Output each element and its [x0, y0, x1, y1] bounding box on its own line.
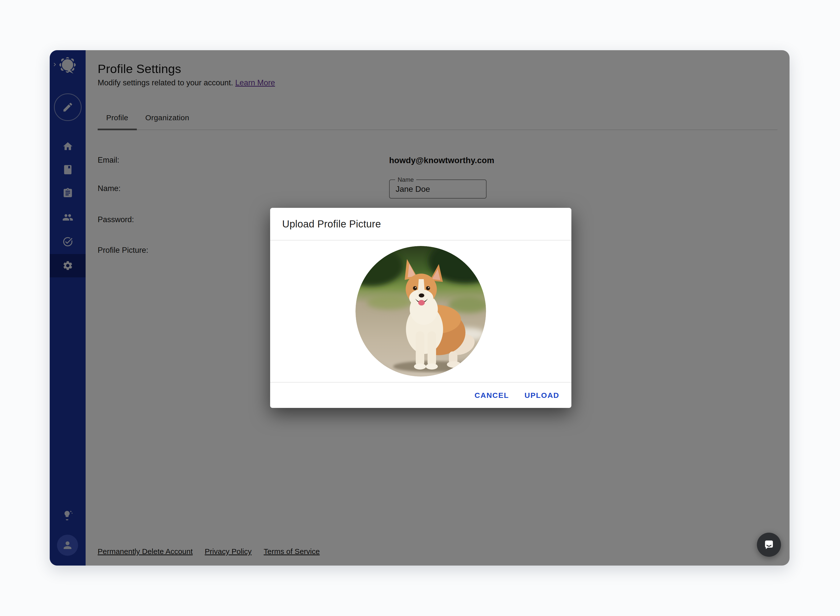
dialog-header: Upload Profile Picture: [270, 208, 572, 241]
chat-bubble-icon: [763, 538, 775, 551]
upload-button[interactable]: UPLOAD: [518, 387, 566, 403]
dialog-title: Upload Profile Picture: [282, 219, 381, 230]
profile-picture-preview: [355, 246, 486, 377]
corgi-photo: [355, 246, 486, 377]
chat-launcher-button[interactable]: [757, 533, 781, 557]
dialog-actions: CANCEL UPLOAD: [270, 382, 572, 408]
app-window: Profile Settings Modify settings related…: [50, 50, 790, 566]
dialog-body: [270, 241, 572, 382]
upload-profile-picture-dialog: Upload Profile Picture: [270, 208, 572, 408]
cancel-button[interactable]: CANCEL: [468, 387, 515, 403]
